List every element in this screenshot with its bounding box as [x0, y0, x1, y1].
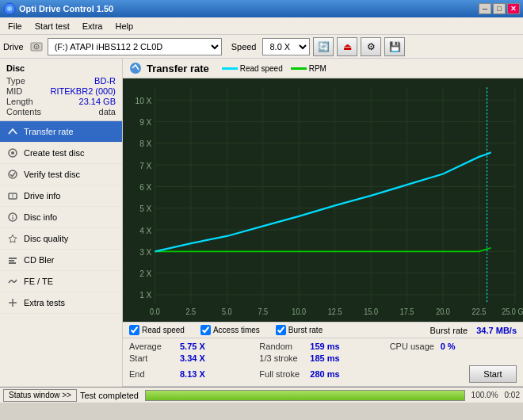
- chart-title: Transfer rate: [147, 63, 209, 74]
- menu-item-help[interactable]: Help: [109, 20, 139, 32]
- nav-transfer-rate[interactable]: Transfer rate: [0, 121, 122, 143]
- svg-text:12.5: 12.5: [328, 307, 342, 316]
- svg-text:2 X: 2 X: [139, 269, 151, 279]
- svg-text:10.0: 10.0: [292, 307, 306, 316]
- stat-end-label: End: [129, 369, 177, 379]
- stat-average: Average 5.75 X: [129, 342, 256, 351]
- svg-text:10 X: 10 X: [136, 95, 152, 105]
- cd-bler-icon: [6, 254, 19, 266]
- menu-item-extra[interactable]: Extra: [76, 20, 109, 32]
- status-window-button[interactable]: Status window >>: [3, 389, 77, 402]
- checkbox-access-times[interactable]: Access times: [200, 325, 260, 335]
- svg-point-1: [7, 6, 12, 11]
- stat-cpu-value: 0 %: [441, 342, 456, 351]
- stat-start-value: 3.34 X: [180, 353, 205, 363]
- svg-text:1 X: 1 X: [139, 290, 151, 300]
- start-button[interactable]: Start: [469, 365, 517, 383]
- nav-disc-info[interactable]: Disc info: [0, 207, 122, 228]
- nav-fe-te[interactable]: FE / TE: [0, 271, 122, 292]
- refresh-button[interactable]: 🔄: [313, 37, 334, 56]
- nav-extra-tests-label: Extra tests: [24, 298, 65, 307]
- svg-text:17.5: 17.5: [400, 307, 414, 316]
- disc-section-title: Disc: [6, 63, 116, 73]
- nav-disc-quality[interactable]: Disc quality: [0, 228, 122, 250]
- burst-rate-checkbox[interactable]: [276, 325, 286, 335]
- fe-te-icon: [6, 275, 19, 288]
- disc-length-value: 23.14 GB: [79, 97, 116, 106]
- stat-cpu: CPU usage 0 %: [390, 342, 517, 351]
- status-text: Test completed: [80, 391, 139, 400]
- svg-rect-16: [9, 260, 14, 262]
- svg-text:5 X: 5 X: [139, 204, 151, 214]
- nav-verify-test-disc-label: Verify test disc: [24, 170, 80, 179]
- checkbox-read-speed[interactable]: Read speed: [129, 325, 185, 335]
- access-times-checkbox[interactable]: [200, 325, 211, 335]
- drive-bar: Drive (F:) ATAPI iHBS112 2 CL0D Speed 8.…: [0, 35, 523, 59]
- settings-button[interactable]: ⚙: [361, 37, 381, 56]
- nav-verify-test-disc[interactable]: Verify test disc: [0, 164, 122, 185]
- disc-mid-value: RITEKBR2 (000): [50, 86, 116, 96]
- chart-canvas: 10 X 9 X 8 X 7 X 6 X 5 X 4 X 3 X 2 X 1 X…: [123, 78, 523, 322]
- menu-bar: FileStart testExtraHelp: [0, 17, 523, 35]
- nav-extra-tests[interactable]: Extra tests: [0, 292, 122, 314]
- nav-create-test-disc[interactable]: Create test disc: [0, 143, 122, 164]
- svg-point-9: [12, 194, 13, 196]
- disc-contents-label: Contents: [6, 107, 41, 116]
- disc-type-label: Type: [6, 76, 25, 86]
- menu-item-start-test[interactable]: Start test: [29, 20, 76, 32]
- sidebar: Disc Type BD-R MID RITEKBR2 (000) Length…: [0, 59, 123, 387]
- stat-1-3-stroke: 1/3 stroke 185 ms: [259, 353, 386, 363]
- maximize-button[interactable]: □: [493, 3, 506, 14]
- speed-select[interactable]: 8.0 X Max 6.0 X 4.0 X: [262, 38, 310, 55]
- burst-rate-value: 34.7 MB/s: [476, 326, 517, 335]
- speed-label: Speed: [231, 42, 257, 52]
- transfer-rate-icon: [6, 125, 19, 138]
- disc-contents-value: data: [99, 107, 116, 116]
- status-bar: Status window >> Test completed 100.0% 0…: [0, 387, 523, 403]
- stat-average-value: 5.75 X: [180, 342, 205, 351]
- save-button[interactable]: 💾: [384, 37, 405, 56]
- minimize-button[interactable]: ─: [479, 3, 491, 14]
- progress-bar-fill: [146, 391, 464, 400]
- chart-checkboxes: Read speed Access times Burst rate Burst…: [123, 322, 523, 338]
- app-icon: [3, 2, 16, 15]
- progress-percent: 100.0%: [471, 391, 498, 399]
- chart-header: Transfer rate Read speed RPM: [123, 59, 523, 78]
- stat-end: End 8.13 X: [129, 365, 256, 383]
- stats-area: Average 5.75 X Random 159 ms CPU usage 0…: [123, 338, 523, 387]
- svg-marker-14: [9, 235, 17, 242]
- nav-cd-bler-label: CD Bler: [24, 255, 55, 265]
- svg-text:22.5: 22.5: [472, 307, 487, 316]
- eject-button[interactable]: ⏏: [337, 37, 357, 56]
- chart-svg: 10 X 9 X 8 X 7 X 6 X 5 X 4 X 3 X 2 X 1 X…: [123, 78, 523, 322]
- legend-read-speed-label: Read speed: [240, 64, 283, 73]
- disc-length-label: Length: [6, 97, 33, 106]
- drive-label: Drive: [3, 42, 24, 52]
- nav-create-test-disc-label: Create test disc: [24, 148, 84, 158]
- legend-rpm-color: [291, 67, 307, 70]
- legend-read-speed-color: [222, 67, 238, 70]
- extra-tests-icon: [6, 296, 19, 309]
- start-btn-row: Start: [390, 365, 517, 383]
- stat-end-value: 8.13 X: [180, 369, 205, 379]
- nav-disc-info-label: Disc info: [24, 212, 57, 222]
- svg-text:15.0: 15.0: [364, 307, 378, 316]
- disc-section: Disc Type BD-R MID RITEKBR2 (000) Length…: [0, 59, 122, 121]
- read-speed-checkbox[interactable]: [129, 325, 139, 335]
- svg-text:25.0 GB: 25.0 GB: [502, 307, 523, 316]
- nav-drive-info[interactable]: Drive info: [0, 185, 122, 207]
- nav-cd-bler[interactable]: CD Bler: [0, 250, 122, 271]
- menu-item-file[interactable]: File: [2, 20, 29, 32]
- drive-select[interactable]: (F:) ATAPI iHBS112 2 CL0D: [48, 38, 222, 55]
- stat-cpu-label: CPU usage: [390, 342, 437, 351]
- svg-point-12: [12, 215, 13, 216]
- svg-text:20.0: 20.0: [436, 307, 450, 316]
- checkbox-burst-rate[interactable]: Burst rate: [276, 325, 323, 335]
- read-speed-checkbox-label: Read speed: [142, 326, 185, 334]
- progress-bar: [145, 390, 465, 401]
- nav-disc-quality-label: Disc quality: [24, 234, 68, 243]
- stat-full-stroke: Full stroke 280 ms: [259, 365, 386, 383]
- close-button[interactable]: ✕: [507, 3, 520, 14]
- svg-text:9 X: 9 X: [139, 117, 151, 128]
- chart-icon: [129, 62, 142, 74]
